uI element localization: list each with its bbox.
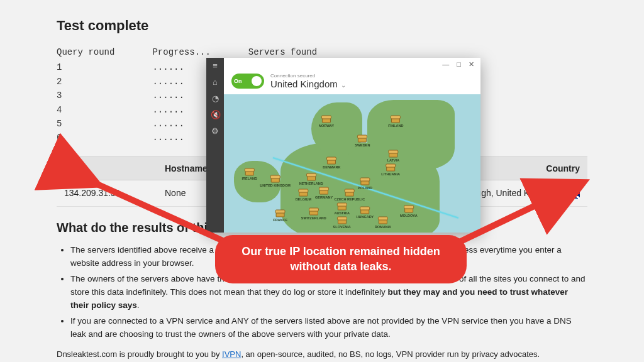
pin-label: GERMANY bbox=[315, 195, 333, 199]
server-pin[interactable]: SWEDEN bbox=[355, 136, 370, 146]
pot-icon bbox=[299, 190, 308, 196]
pot-icon bbox=[327, 158, 336, 165]
pin-label: ROMANIA bbox=[375, 224, 391, 228]
status-text: Connection secured bbox=[270, 73, 346, 79]
vpn-app-window: ≡ ⌂ ◔ 🔇 ⚙ — □ ✕ On Connection secured Un… bbox=[206, 58, 480, 233]
pin-label: HUNGARY bbox=[357, 215, 374, 219]
home-icon[interactable]: ⌂ bbox=[211, 78, 219, 87]
round-val: 4 bbox=[57, 103, 114, 117]
pot-icon bbox=[271, 176, 280, 182]
pin-label: NORWAY bbox=[319, 124, 334, 128]
pot-icon bbox=[379, 217, 387, 224]
server-pin[interactable]: SWITZERLAND bbox=[301, 209, 326, 220]
server-pin[interactable]: AUSTRIA bbox=[334, 204, 349, 214]
pot-icon bbox=[338, 217, 347, 224]
progress-val: ...... bbox=[152, 75, 210, 89]
pin-label: NETHERLAND bbox=[299, 182, 323, 185]
progress-val: ...... bbox=[152, 60, 210, 74]
gear-icon[interactable]: ⚙ bbox=[211, 127, 219, 136]
location-label: United Kingdom bbox=[270, 79, 338, 89]
col-header-round: Query round bbox=[57, 45, 114, 59]
pin-label: CZECH REPUBLIC bbox=[335, 197, 365, 200]
footer-text: Dnsleaktest.com is proudly brought to yo… bbox=[57, 349, 587, 359]
round-val: 1 bbox=[57, 60, 114, 74]
server-pin[interactable]: NETHERLAND bbox=[299, 175, 323, 185]
connection-toggle[interactable]: On bbox=[231, 74, 264, 89]
pot-icon bbox=[389, 151, 397, 158]
pot-icon bbox=[358, 136, 367, 142]
globe-icon[interactable]: ◔ bbox=[211, 94, 219, 103]
progress-val: ...... bbox=[152, 131, 210, 145]
svg-line-1 bbox=[453, 185, 579, 245]
pot-icon bbox=[307, 175, 316, 181]
pin-label: MOLDOVA bbox=[400, 214, 418, 217]
pin-label: UNITED KINGDOM bbox=[260, 183, 291, 187]
pot-icon bbox=[360, 179, 369, 185]
pin-label: SLOVENIA bbox=[333, 224, 351, 228]
pin-label: LATVIA bbox=[387, 158, 399, 162]
round-val: 3 bbox=[57, 89, 114, 102]
progress-val: ...... bbox=[152, 89, 210, 102]
maximize-button[interactable]: □ bbox=[457, 60, 461, 68]
minimize-button[interactable]: — bbox=[442, 60, 449, 68]
titlebar: — □ ✕ bbox=[224, 58, 480, 70]
page-title: Test complete bbox=[57, 18, 587, 34]
chevron-down-icon: ⌄ bbox=[339, 82, 346, 89]
pin-label: POLAND bbox=[358, 186, 372, 190]
callout-line1: Our true IP location remained hidden bbox=[230, 244, 452, 259]
toggle-knob bbox=[252, 76, 262, 86]
server-pin[interactable]: CZECH REPUBLIC bbox=[335, 190, 365, 200]
server-pin[interactable]: GERMANY bbox=[315, 189, 333, 199]
pot-icon bbox=[245, 169, 254, 175]
round-val: 2 bbox=[57, 75, 114, 89]
server-pin[interactable]: DENMARK bbox=[323, 158, 340, 169]
pot-icon bbox=[276, 211, 285, 217]
pot-icon bbox=[345, 190, 354, 196]
menu-icon[interactable]: ≡ bbox=[211, 62, 219, 70]
server-pin[interactable]: HUNGARY bbox=[357, 208, 374, 219]
pot-icon bbox=[322, 117, 331, 123]
pot-icon bbox=[404, 207, 413, 213]
callout-line2: without data leaks. bbox=[230, 259, 452, 274]
server-map[interactable]: NORWAYFINLANDSWEDENLATVIADENMARKLITHUANI… bbox=[224, 94, 480, 233]
pot-icon bbox=[386, 165, 395, 172]
server-pin[interactable]: LATVIA bbox=[387, 151, 399, 162]
pot-icon bbox=[360, 208, 369, 214]
ivpn-link[interactable]: IVPN bbox=[222, 349, 241, 359]
server-pin[interactable]: BELGIUM bbox=[296, 190, 311, 200]
pot-icon bbox=[338, 204, 347, 210]
pin-label: FRANCE bbox=[273, 217, 287, 221]
pin-label: DENMARK bbox=[323, 165, 340, 169]
arrow-right bbox=[447, 177, 591, 255]
pot-icon bbox=[319, 189, 328, 195]
server-pin[interactable]: ROMANIA bbox=[375, 217, 391, 228]
pin-label: LITHUANIA bbox=[381, 172, 400, 176]
pin-label: FINLAND bbox=[388, 124, 403, 128]
server-pin[interactable]: LITHUANIA bbox=[381, 165, 400, 176]
server-pin[interactable]: NORWAY bbox=[319, 117, 334, 128]
close-button[interactable]: ✕ bbox=[469, 60, 474, 69]
server-pin[interactable]: SLOVENIA bbox=[333, 217, 351, 228]
col-header-progress: Progress... bbox=[152, 45, 210, 59]
pin-label: AUSTRIA bbox=[334, 211, 349, 214]
server-pin[interactable]: FINLAND bbox=[388, 117, 403, 128]
progress-val: ...... bbox=[152, 117, 210, 131]
mute-icon[interactable]: 🔇 bbox=[211, 111, 219, 119]
list-item: If you are connected to a VPN service an… bbox=[70, 315, 587, 341]
server-pin[interactable]: UNITED KINGDOM bbox=[260, 176, 291, 187]
pin-label: BELGIUM bbox=[296, 197, 311, 200]
server-pin[interactable]: POLAND bbox=[358, 179, 372, 190]
round-val: 5 bbox=[57, 117, 114, 131]
annotation-callout: Our true IP location remained hidden wit… bbox=[215, 235, 467, 283]
round-val: 6 bbox=[57, 131, 114, 145]
progress-val: ...... bbox=[152, 103, 210, 117]
toggle-label: On bbox=[234, 78, 242, 84]
pin-label: SWEDEN bbox=[355, 143, 370, 146]
server-pin[interactable]: MOLDOVA bbox=[400, 207, 418, 217]
connection-info[interactable]: Connection secured United Kingdom ⌄ bbox=[270, 73, 346, 89]
pot-icon bbox=[391, 117, 400, 123]
pot-icon bbox=[309, 209, 318, 216]
pin-label: SWITZERLAND bbox=[301, 216, 326, 220]
svg-line-0 bbox=[93, 182, 233, 245]
server-pin[interactable]: FRANCE bbox=[273, 211, 287, 221]
